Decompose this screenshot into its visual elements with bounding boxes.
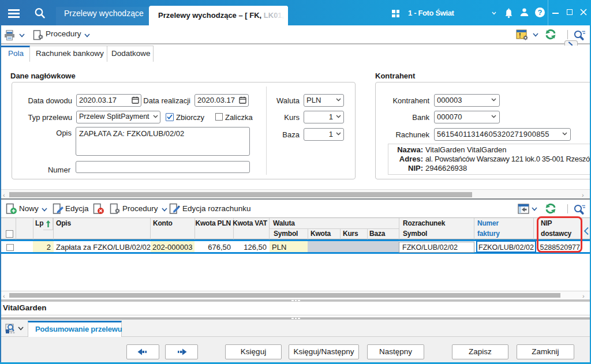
svg-text:!: ! (519, 32, 521, 39)
